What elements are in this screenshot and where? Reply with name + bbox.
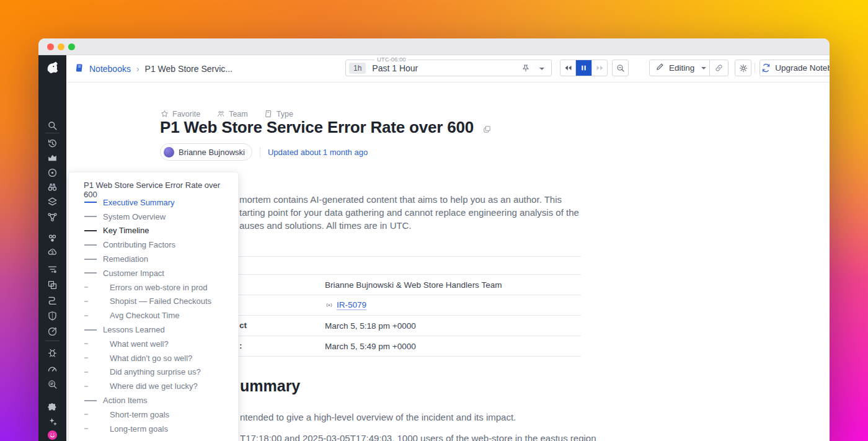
editing-mode-dropdown[interactable]: Editing [650,60,709,76]
editing-mode-group: Editing [649,60,728,76]
pipelines-icon[interactable] [46,295,58,306]
toc-dash-icon [84,386,88,387]
toc-dash-icon [84,343,88,344]
settings-button[interactable] [735,60,751,76]
incident-link[interactable]: IR-5079 [337,300,366,310]
toc-item[interactable]: Key Timeline [69,224,238,238]
breadcrumb-notebooks-link[interactable]: Notebooks [89,64,131,74]
gear-icon [738,63,748,73]
toc-item[interactable]: What didn't go so well? [69,351,238,365]
time-range-chip[interactable]: 1h [349,63,366,74]
toc-item[interactable]: Short-term goals [69,408,238,422]
software-catalog-icon[interactable] [46,279,58,291]
toc-item[interactable]: Avg Checkout Time [69,308,238,323]
toc-list: Executive Summary System Overview Key Ti… [69,195,238,436]
svg-text:$: $ [51,250,54,254]
author-pill[interactable]: Brianne Bujnowski [160,143,252,161]
copy-link-button[interactable] [709,60,728,76]
toc-item[interactable]: Contributing Factors [69,238,238,252]
toc-dash-icon [84,202,97,203]
app-window: $ [38,38,830,441]
toc-item[interactable]: Action Items [69,393,238,408]
toc-item[interactable]: Lessons Learned [69,323,238,337]
editing-caret-icon [701,67,706,69]
layers-icon[interactable] [46,196,58,208]
datadog-logo-icon[interactable] [45,60,61,76]
upgrade-notebook-button[interactable]: Upgrade Notebook [760,60,830,76]
cloud-cost-icon[interactable]: $ [46,246,58,258]
table-of-contents-panel: P1 Web Store Service Error Rate over 600… [68,172,239,441]
metrics-chart-icon[interactable] [46,152,58,164]
left-nav-sidebar: $ [38,55,66,441]
investigate-search-icon[interactable] [46,378,58,390]
table-row-value: March 5, 5:18 pm +0000 [325,316,416,336]
minimize-window-button[interactable] [58,43,64,50]
toc-item[interactable]: Customer Impact [69,266,238,280]
toc-dash-icon [84,400,97,401]
toc-dash-icon [84,301,88,302]
time-range-selector[interactable]: UTC-06:00 1h Past 1 Hour [345,60,552,76]
toc-item[interactable]: Executive Summary [69,195,238,210]
ai-sparkle-icon[interactable] [46,416,58,427]
clipped-body-line: T17:18:00 and 2025-03-05T17:49:03, 1000 … [240,432,596,441]
integrations-puzzle-icon[interactable] [46,401,58,413]
bug-icon[interactable] [46,347,58,359]
toc-dash-icon [84,315,88,316]
network-map-icon[interactable] [46,212,58,223]
toc-dash-icon [84,329,97,331]
table-row: ct March 5, 5:18 pm +0000 [214,316,581,336]
header-divider [755,63,755,73]
author-name: Brianne Bujnowski [179,148,245,157]
sidebar-divider [45,133,60,133]
toc-dash-icon [84,216,97,217]
toc-dash-icon [84,287,88,288]
copy-title-icon[interactable] [482,119,492,138]
history-icon[interactable] [46,138,58,149]
toc-item[interactable]: Long-term goals [69,422,238,436]
rewind-button[interactable] [560,60,576,76]
toc-dash-icon [84,428,88,429]
table-row: : March 5, 5:49 pm +0000 [214,336,581,357]
updated-link[interactable]: Updated about 1 month ago [268,148,368,157]
upgrade-notebook-label: Upgrade Notebook [775,63,830,73]
timezone-label: UTC-06:00 [374,56,408,63]
table-row-value: March 5, 5:49 pm +0000 [325,336,416,356]
toc-item[interactable]: System Overview [69,210,238,224]
editing-mode-label: Editing [669,63,694,73]
table-row: Brianne Bujnowski & Web Store Handlers T… [214,275,581,295]
toc-dash-icon [84,272,97,274]
toc-item[interactable]: Did anything surprise us? [69,365,238,380]
meta-divider [260,147,260,157]
toc-item[interactable]: Remediation [69,252,238,266]
forward-button[interactable] [591,60,607,76]
close-window-button[interactable] [47,43,54,50]
zoom-window-button[interactable] [68,43,75,50]
incident-metadata-table: Brianne Bujnowski & Web Store Handlers T… [214,256,581,357]
summary-line: ntended to give a high-level overview of… [240,411,516,424]
pause-button[interactable] [576,60,591,76]
watchdog-icon[interactable] [46,167,58,179]
apm-binoculars-icon[interactable] [46,181,58,193]
breadcrumb: Notebooks › P1 Web Store Servic... [74,55,232,82]
time-dropdown-caret-icon[interactable] [539,68,544,70]
logs-funnel-icon[interactable] [46,264,58,275]
toc-item[interactable]: Shopist — Failed Checkouts [69,295,238,309]
user-avatar[interactable] [46,429,58,441]
intro-line: mortem contains AI-generated content tha… [239,193,562,206]
toc-item[interactable]: Errors on web-store in prod [69,280,238,295]
zoom-out-button[interactable] [612,60,629,76]
hive-dots-icon[interactable] [46,233,58,244]
toc-dash-icon [84,372,88,373]
quality-gauge-icon[interactable] [46,363,58,375]
toc-dash-icon [84,244,97,246]
toc-item[interactable]: What went well? [69,337,238,351]
security-shield-icon[interactable] [46,310,58,322]
breadcrumb-separator: › [136,64,140,74]
service-management-icon[interactable] [46,326,58,337]
intro-line: tarting point for your data gathering an… [239,206,579,219]
search-icon[interactable] [46,120,58,131]
toc-item[interactable]: Where did we get lucky? [69,379,238,393]
time-range-label: Past 1 Hour [372,63,418,73]
toc-dash-icon [84,230,97,231]
pin-timeframe-icon[interactable] [521,63,531,76]
